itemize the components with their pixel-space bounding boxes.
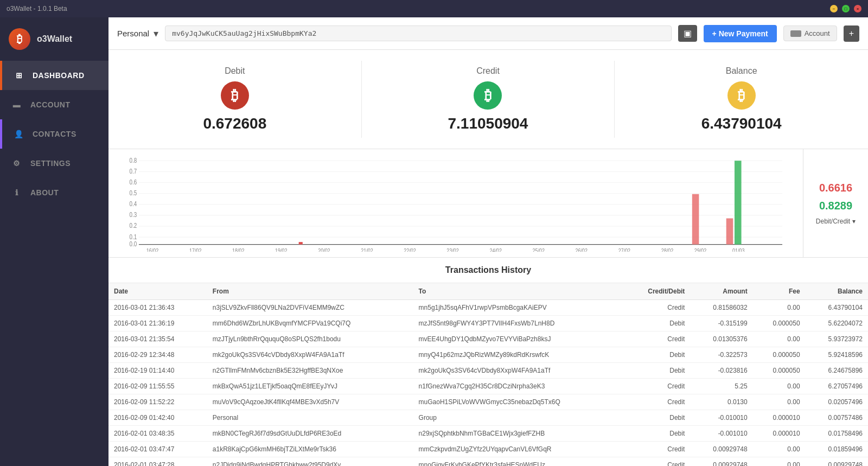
transactions-table: Date From To Credit/Debit Amount Fee Bal… bbox=[108, 283, 868, 466]
app-container: ₿ o3Wallet ⊞ DASHBOARD ▬ ACCOUNT 👤 CONTA… bbox=[0, 17, 868, 466]
stats-row: Debit ₿ 0.672608 Credit ₿ 7.11050904 Bal… bbox=[108, 50, 868, 149]
tx-from: mkBxQwA51jz1LETjkf5oaqQmE8fEEyJYvJ bbox=[207, 379, 413, 394]
tx-date: 2016-03-01 21:35:54 bbox=[108, 331, 207, 347]
chart-red-value: 0.6616 bbox=[819, 182, 852, 194]
sidebar-item-label: ACCOUNT bbox=[30, 100, 71, 109]
tx-type: Debit bbox=[624, 363, 691, 379]
tx-fee: 0.00 bbox=[753, 331, 806, 347]
tx-from: mkBN0CTegRJ6f7d9sdGtUuDLfdP6RE3oEd bbox=[207, 426, 413, 442]
add-account-button[interactable]: + bbox=[844, 25, 859, 42]
minimize-button[interactable]: − bbox=[830, 5, 838, 12]
sidebar-item-settings[interactable]: ⚙ SETTINGS bbox=[0, 149, 108, 178]
svg-text:29/02: 29/02 bbox=[694, 247, 707, 252]
tx-fee: 0.000010 bbox=[753, 426, 806, 442]
sidebar-item-about[interactable]: ℹ ABOUT bbox=[0, 178, 108, 207]
col-fee: Fee bbox=[753, 283, 806, 300]
table-row: 2016-02-19 01:14:40 n2GTllmFMnMv6cbznBk5… bbox=[108, 363, 868, 379]
settings-icon: ⚙ bbox=[11, 157, 23, 169]
table-row: 2016-02-01 03:47:28 n2JDjdn9iNdBwdqHPRTG… bbox=[108, 457, 868, 467]
sidebar-item-label: DASHBOARD bbox=[33, 71, 85, 80]
tx-from: Personal bbox=[207, 410, 413, 426]
chart-right-panel: 0.6616 0.8289 Debit/Credit ▾ bbox=[803, 149, 868, 257]
tx-to: mnoGiqyFrKyhGKePfYKtr3sfaHESpWdEUz bbox=[413, 457, 624, 467]
svg-rect-19 bbox=[692, 194, 699, 245]
debit-credit-label: Debit/Credit bbox=[816, 218, 850, 225]
sidebar-nav: ⊞ DASHBOARD ▬ ACCOUNT 👤 CONTACTS ⚙ SETTI… bbox=[0, 61, 108, 466]
table-row: 2016-03-01 21:36:19 mm6Dhd6WZbrLhUKBvqmf… bbox=[108, 316, 868, 331]
dropdown-arrow-icon: ▾ bbox=[154, 28, 158, 40]
tx-balance: 0.02057496 bbox=[806, 394, 868, 410]
tx-amount: -0.023816 bbox=[690, 363, 752, 379]
logo-text: o3Wallet bbox=[37, 34, 72, 44]
svg-text:27/02: 27/02 bbox=[618, 247, 631, 252]
svg-text:0.0: 0.0 bbox=[130, 240, 137, 247]
tx-to: mvEE4UhgDY1QdbMZyvo7EVYViBaPzh8ksJ bbox=[413, 331, 624, 347]
sidebar-item-label: SETTINGS bbox=[30, 159, 71, 168]
maximize-button[interactable]: □ bbox=[842, 5, 850, 12]
account-button[interactable]: Account bbox=[783, 25, 837, 41]
balance-btc-icon: ₿ bbox=[727, 81, 756, 110]
tx-balance: 6.27057496 bbox=[806, 379, 868, 394]
tx-balance: 0.01758496 bbox=[806, 426, 868, 442]
svg-text:26/02: 26/02 bbox=[576, 247, 588, 252]
wallet-address-input[interactable] bbox=[165, 25, 671, 41]
table-row: 2016-02-29 12:34:48 mk2goUkQs3SV64cVDbdy… bbox=[108, 347, 868, 363]
tx-date: 2016-02-09 01:42:40 bbox=[108, 410, 207, 426]
tx-fee: 0.000010 bbox=[753, 410, 806, 426]
tx-fee: 0.00 bbox=[753, 457, 806, 467]
tx-type: Debit bbox=[624, 347, 691, 363]
debit-credit-toggle[interactable]: Debit/Credit ▾ bbox=[816, 218, 856, 225]
col-amount: Amount bbox=[690, 283, 752, 300]
dashboard-icon: ⊞ bbox=[13, 69, 25, 81]
main-content: Personal ▾ ▣ + New Payment Account + Deb… bbox=[108, 17, 868, 466]
new-payment-button[interactable]: + New Payment bbox=[704, 25, 777, 42]
table-row: 2016-02-09 11:52:22 muVoV9cQAqzoeJtK4fll… bbox=[108, 394, 868, 410]
balance-value: 6.43790104 bbox=[701, 115, 782, 132]
debit-label: Debit bbox=[225, 66, 245, 76]
sidebar-item-label: ABOUT bbox=[30, 188, 59, 197]
table-row: 2016-02-09 11:55:55 mkBxQwA51jz1LETjkf5o… bbox=[108, 379, 868, 394]
tx-fee: 0.000050 bbox=[753, 347, 806, 363]
svg-rect-21 bbox=[735, 161, 742, 244]
tx-balance: 5.92418596 bbox=[806, 347, 868, 363]
tx-balance: 6.43790104 bbox=[806, 300, 868, 316]
tx-date: 2016-02-09 11:55:55 bbox=[108, 379, 207, 394]
sidebar-item-dashboard[interactable]: ⊞ DASHBOARD bbox=[0, 61, 108, 90]
svg-text:20/02: 20/02 bbox=[318, 247, 330, 252]
tx-to: mn5g1jhJ5sqAFhV1rwpVPsmbBcgaKAiEPV bbox=[413, 300, 624, 316]
svg-text:21/02: 21/02 bbox=[361, 247, 373, 252]
table-row: 2016-03-01 21:36:43 n3jSLV9ZkvFll86QV9LN… bbox=[108, 300, 868, 316]
tx-amount: -0.010010 bbox=[690, 410, 752, 426]
debit-stat: Debit ₿ 0.672608 bbox=[108, 61, 362, 138]
tx-type: Debit bbox=[624, 410, 691, 426]
bar-chart: 0.8 0.7 0.6 0.5 0.4 0.3 0.2 0.1 0.0 bbox=[119, 155, 792, 252]
tx-balance: 0.01859496 bbox=[806, 442, 868, 457]
tx-fee: 0.00 bbox=[753, 394, 806, 410]
tx-type: Credit bbox=[624, 331, 691, 347]
col-balance: Balance bbox=[806, 283, 868, 300]
tx-from: n2JDjdn9iNdBwdqHPRTGhkbww2t95D9dXv bbox=[207, 457, 413, 467]
svg-text:19/02: 19/02 bbox=[275, 247, 288, 252]
tx-to: mnyQ41p62mzJQbRizWMZy89kdRdKrswfcK bbox=[413, 347, 624, 363]
svg-text:0.1: 0.1 bbox=[130, 233, 137, 240]
tx-amount: -0.322573 bbox=[690, 347, 752, 363]
account-selector[interactable]: Personal ▾ bbox=[117, 28, 158, 40]
tx-to: mmCzkpvdmZUgZYfz2UYqapvCanVL6VfGqR bbox=[413, 442, 624, 457]
svg-text:0.7: 0.7 bbox=[130, 168, 137, 175]
tx-amount: 0.00929748 bbox=[690, 457, 752, 467]
tx-date: 2016-03-01 21:36:43 bbox=[108, 300, 207, 316]
qr-button[interactable]: ▣ bbox=[678, 25, 697, 42]
svg-text:0.3: 0.3 bbox=[130, 211, 137, 218]
tx-date: 2016-02-01 03:47:28 bbox=[108, 457, 207, 467]
close-button[interactable]: × bbox=[854, 5, 861, 12]
sidebar-item-contacts[interactable]: 👤 CONTACTS bbox=[0, 119, 108, 149]
chart-section: 0.8 0.7 0.6 0.5 0.4 0.3 0.2 0.1 0.0 bbox=[108, 149, 868, 258]
svg-rect-18 bbox=[299, 242, 303, 244]
table-row: 2016-02-01 03:48:35 mkBN0CTegRJ6f7d9sdGt… bbox=[108, 426, 868, 442]
chart-area: 0.8 0.7 0.6 0.5 0.4 0.3 0.2 0.1 0.0 bbox=[108, 149, 803, 257]
table-row: 2016-03-01 21:35:54 mzJTjyLn9bthRrQququQ… bbox=[108, 331, 868, 347]
sidebar-item-account[interactable]: ▬ ACCOUNT bbox=[0, 90, 108, 119]
svg-text:25/02: 25/02 bbox=[533, 247, 545, 252]
credit-value: 7.11050904 bbox=[448, 115, 528, 132]
tx-amount: -0.001010 bbox=[690, 426, 752, 442]
